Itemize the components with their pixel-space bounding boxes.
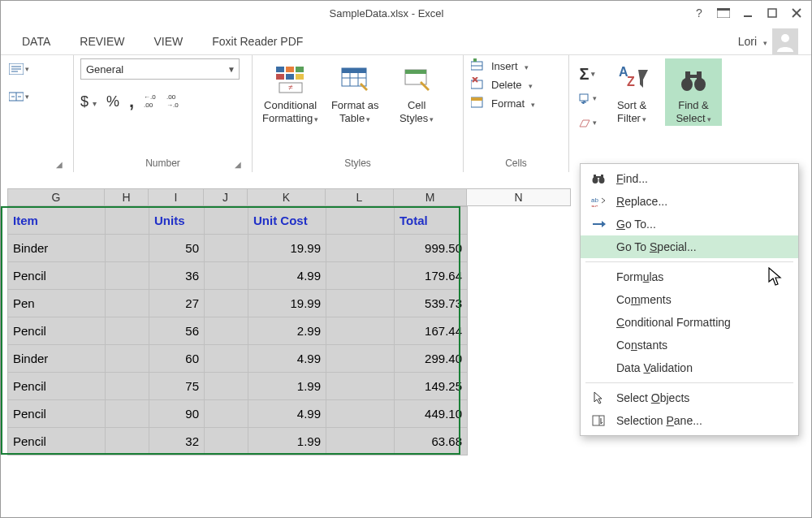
- wrap-text-button[interactable]: [7, 58, 30, 80]
- cell-units[interactable]: 32: [149, 428, 205, 455]
- increase-decimal-button[interactable]: ←.0.00: [144, 93, 162, 110]
- menu-item-formulas[interactable]: Formulas: [581, 265, 798, 288]
- menu-item-data-validation[interactable]: Data Validation: [581, 356, 798, 379]
- cell-total[interactable]: 539.73: [395, 290, 468, 317]
- cell[interactable]: [205, 400, 248, 428]
- cell-unit-cost[interactable]: 19.99: [248, 235, 326, 262]
- cell[interactable]: [106, 428, 149, 455]
- header-units[interactable]: Units: [149, 207, 205, 235]
- menu-item-goto[interactable]: Go To...: [581, 213, 798, 235]
- cell[interactable]: [326, 345, 395, 373]
- menu-item-constants[interactable]: Constants: [581, 334, 798, 356]
- tab-data[interactable]: DATA: [7, 30, 65, 54]
- percent-button[interactable]: %: [106, 93, 119, 110]
- cell[interactable]: [205, 345, 248, 373]
- tab-review[interactable]: REVIEW: [65, 30, 139, 54]
- help-icon[interactable]: ?: [688, 4, 710, 22]
- cell[interactable]: [326, 290, 395, 317]
- col-header-H[interactable]: H: [105, 188, 149, 206]
- col-header-G[interactable]: G: [7, 188, 105, 206]
- menu-item-selection-pane[interactable]: Selection Pane...: [581, 409, 798, 432]
- cell-styles-button[interactable]: Cell Styles: [388, 58, 445, 126]
- cell-units[interactable]: 27: [149, 290, 205, 317]
- cell-total[interactable]: 63.68: [395, 428, 468, 455]
- cell[interactable]: [205, 207, 248, 235]
- cell-total[interactable]: 299.40: [395, 345, 468, 373]
- cell[interactable]: [106, 235, 149, 262]
- cell-unit-cost[interactable]: 4.99: [248, 345, 326, 373]
- currency-button[interactable]: $ ▾: [80, 93, 97, 110]
- cell[interactable]: [106, 262, 149, 290]
- ribbon-display-icon[interactable]: [712, 4, 735, 22]
- cell-total[interactable]: 179.64: [395, 262, 468, 290]
- comma-style-button[interactable]: ,: [129, 91, 134, 112]
- dialog-launcher-icon[interactable]: ◢: [232, 158, 244, 170]
- decrease-decimal-button[interactable]: .00→.0: [166, 93, 184, 110]
- cell[interactable]: [106, 373, 149, 400]
- format-as-table-button[interactable]: Format as Table: [326, 58, 383, 126]
- cell-unit-cost[interactable]: 1.99: [248, 373, 326, 400]
- find-select-button[interactable]: Find & Select: [665, 58, 722, 126]
- sort-filter-button[interactable]: A Z Sort & Filter: [603, 58, 660, 126]
- cell-unit-cost[interactable]: 2.99: [248, 317, 326, 345]
- cell-units[interactable]: 90: [149, 400, 205, 428]
- cell-item[interactable]: Pencil: [8, 400, 106, 428]
- cell-unit-cost[interactable]: 19.99: [248, 290, 326, 317]
- cell-item[interactable]: Pencil: [8, 317, 106, 345]
- cell-item[interactable]: Binder: [8, 345, 106, 373]
- insert-button[interactable]: Insert: [470, 58, 535, 74]
- merge-center-button[interactable]: [7, 86, 30, 107]
- cell[interactable]: [205, 290, 248, 317]
- cell[interactable]: [326, 207, 395, 235]
- col-header-J[interactable]: J: [204, 188, 248, 206]
- delete-button[interactable]: Delete: [470, 77, 535, 93]
- clear-button[interactable]: [576, 112, 598, 133]
- col-header-K[interactable]: K: [248, 188, 326, 206]
- cell[interactable]: [106, 400, 149, 428]
- header-item[interactable]: Item: [8, 207, 106, 235]
- cell[interactable]: [205, 317, 248, 345]
- menu-item-goto-special[interactable]: Go To Special...: [581, 235, 798, 258]
- cell[interactable]: [326, 262, 395, 290]
- menu-item-select-objects[interactable]: Select Objects: [581, 386, 798, 409]
- cell[interactable]: [205, 262, 248, 290]
- conditional-formatting-button[interactable]: ≠ Conditional Formatting: [259, 58, 322, 126]
- fill-button[interactable]: [576, 88, 598, 109]
- col-header-L[interactable]: L: [326, 188, 394, 206]
- cell-item[interactable]: Pencil: [8, 428, 106, 455]
- cell[interactable]: [205, 428, 248, 455]
- cell-total[interactable]: 449.10: [395, 400, 468, 428]
- menu-item-comments[interactable]: Comments: [581, 288, 798, 311]
- cell-total[interactable]: 167.44: [395, 317, 468, 345]
- cell[interactable]: [106, 290, 149, 317]
- cell-item[interactable]: Pencil: [8, 262, 106, 290]
- header-unit-cost[interactable]: Unit Cost: [248, 207, 326, 235]
- cell-units[interactable]: 75: [149, 373, 205, 400]
- tab-view[interactable]: VIEW: [140, 30, 198, 54]
- cell-units[interactable]: 50: [149, 235, 205, 262]
- format-button[interactable]: Format: [470, 96, 535, 111]
- autosum-button[interactable]: Σ: [576, 63, 598, 84]
- user-area[interactable]: Lori: [738, 28, 805, 54]
- avatar[interactable]: [772, 28, 798, 54]
- cell[interactable]: [106, 345, 149, 373]
- cell-total[interactable]: 149.25: [395, 373, 468, 400]
- close-button[interactable]: [785, 4, 808, 22]
- number-format-select[interactable]: General ▼: [80, 58, 240, 80]
- menu-item-replace[interactable]: abac Replace...: [581, 190, 798, 213]
- tab-foxit[interactable]: Foxit Reader PDF: [197, 30, 317, 54]
- header-total[interactable]: Total: [395, 207, 468, 235]
- cell-unit-cost[interactable]: 1.99: [248, 428, 326, 455]
- col-header-M[interactable]: M: [394, 188, 467, 206]
- cell-item[interactable]: Pencil: [8, 373, 106, 400]
- cell-units[interactable]: 60: [149, 345, 205, 373]
- cell-unit-cost[interactable]: 4.99: [248, 400, 326, 428]
- cell-item[interactable]: Binder: [8, 235, 106, 262]
- col-header-N[interactable]: N: [467, 188, 571, 206]
- cell[interactable]: [326, 235, 395, 262]
- minimize-button[interactable]: [736, 4, 759, 22]
- cell[interactable]: [326, 373, 395, 400]
- cell[interactable]: [326, 400, 395, 428]
- cell[interactable]: [326, 317, 395, 345]
- dialog-launcher-icon[interactable]: ◢: [54, 158, 65, 170]
